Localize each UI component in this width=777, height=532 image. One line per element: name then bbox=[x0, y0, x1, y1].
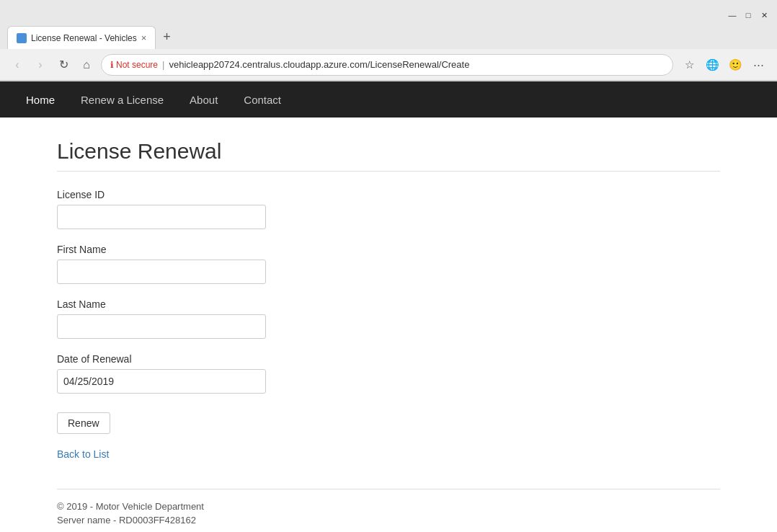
last-name-label: Last Name bbox=[57, 298, 720, 310]
home-button[interactable]: ⌂ bbox=[78, 56, 95, 74]
navbar: Home Renew a License About Contact bbox=[0, 81, 777, 118]
footer-server: Server name - RD0003FF428162 bbox=[57, 515, 720, 526]
refresh-button[interactable]: ↻ bbox=[55, 56, 72, 74]
license-id-group: License ID bbox=[57, 189, 720, 229]
tabs-bar: License Renewal - Vehicles × + bbox=[0, 26, 777, 49]
page-content: License Renewal License ID First Name La… bbox=[28, 118, 749, 532]
new-tab-button[interactable]: + bbox=[156, 27, 178, 46]
last-name-group: Last Name bbox=[57, 298, 720, 339]
favorite-button[interactable]: ☆ bbox=[679, 55, 699, 75]
last-name-input[interactable] bbox=[57, 314, 266, 339]
close-button[interactable]: ✕ bbox=[758, 9, 770, 21]
extensions-button[interactable]: 🌐 bbox=[702, 55, 722, 75]
forward-navigation-button[interactable]: › bbox=[32, 56, 49, 74]
profile-button[interactable]: 🙂 bbox=[725, 55, 745, 75]
window-controls: — □ ✕ bbox=[727, 9, 770, 21]
address-bar: ‹ › ↻ ⌂ ℹ Not secure | vehicleapp20724.c… bbox=[0, 49, 777, 81]
back-navigation-button[interactable]: ‹ bbox=[9, 56, 26, 74]
license-id-input[interactable] bbox=[57, 205, 266, 229]
browser-tab[interactable]: License Renewal - Vehicles × bbox=[7, 26, 156, 49]
first-name-label: First Name bbox=[57, 244, 720, 255]
url-input[interactable]: ℹ Not secure | vehicleapp20724.centralus… bbox=[101, 54, 673, 76]
date-renewal-group: Date of Renewal bbox=[57, 353, 720, 394]
renew-button[interactable]: Renew bbox=[57, 412, 110, 434]
license-renewal-form: License ID First Name Last Name Date of … bbox=[57, 189, 720, 434]
first-name-input[interactable] bbox=[57, 260, 266, 284]
nav-contact[interactable]: Contact bbox=[232, 84, 293, 116]
title-bar: — □ ✕ bbox=[0, 0, 777, 26]
footer-divider bbox=[57, 489, 720, 489]
not-secure-indicator: ℹ Not secure bbox=[110, 60, 158, 70]
date-renewal-input[interactable] bbox=[57, 369, 266, 394]
tab-title: License Renewal - Vehicles bbox=[31, 33, 137, 43]
restore-button[interactable]: □ bbox=[742, 9, 754, 21]
info-icon: ℹ bbox=[110, 60, 114, 70]
footer-copyright: © 2019 - Motor Vehicle Department bbox=[57, 501, 720, 512]
nav-home[interactable]: Home bbox=[14, 84, 66, 116]
date-renewal-label: Date of Renewal bbox=[57, 353, 720, 365]
more-options-button[interactable]: ⋯ bbox=[748, 55, 768, 75]
browser-chrome: — □ ✕ License Renewal - Vehicles × + ‹ ›… bbox=[0, 0, 777, 81]
minimize-button[interactable]: — bbox=[727, 9, 738, 21]
title-divider bbox=[57, 171, 720, 172]
address-actions: ☆ 🌐 🙂 ⋯ bbox=[679, 55, 768, 75]
tab-close-button[interactable]: × bbox=[141, 32, 147, 43]
url-text: vehicleapp20724.centralus.cloudapp.azure… bbox=[169, 59, 469, 70]
page-title: License Renewal bbox=[57, 139, 720, 164]
nav-renew-license[interactable]: Renew a License bbox=[69, 84, 175, 116]
license-id-label: License ID bbox=[57, 189, 720, 200]
first-name-group: First Name bbox=[57, 244, 720, 284]
tab-favicon bbox=[17, 33, 27, 43]
back-to-list-link[interactable]: Back to List bbox=[57, 448, 109, 460]
nav-about[interactable]: About bbox=[178, 84, 229, 116]
